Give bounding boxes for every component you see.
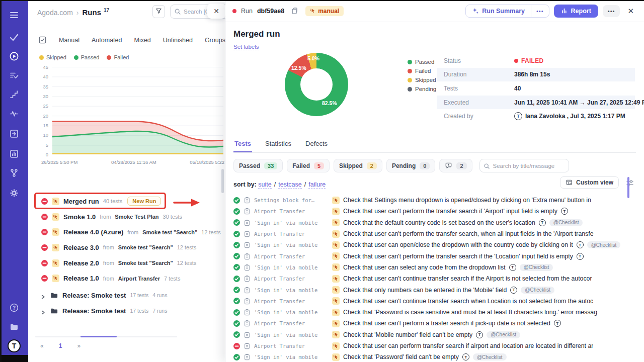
run-group-name[interactable]: Release: Smoke test (62, 307, 126, 315)
status-chip[interactable]: 2 (439, 159, 472, 172)
test-suite-name[interactable]: 'Sign in' via mobile (254, 354, 329, 360)
test-row[interactable]: 'Sign in' via mobile Check that only num… (233, 284, 636, 295)
test-suite-name[interactable]: Airport Transfer (254, 208, 329, 214)
test-title[interactable]: Check that user can't continue transfer … (343, 298, 593, 305)
sort-by-suite-link[interactable]: suite (258, 181, 271, 189)
test-title[interactable]: Check that user can't perform the transf… (343, 208, 557, 215)
test-title[interactable]: Check that user can't continue transfer … (343, 275, 592, 282)
test-title[interactable]: Check that user can select any code from… (343, 264, 506, 271)
test-suite-name[interactable]: Airport Transfer (254, 276, 329, 282)
run-name[interactable]: Merged run (63, 198, 99, 205)
analytics-icon[interactable] (9, 149, 19, 159)
status-chip[interactable]: Pending 0 (386, 159, 435, 172)
run-plan-name[interactable]: Airport Transfer (118, 276, 160, 282)
report-button[interactable]: Report (554, 5, 598, 18)
test-title[interactable]: Check that user can perform transfer sea… (343, 342, 593, 349)
detail-close-button[interactable]: ✕ (624, 6, 637, 17)
run-group-row[interactable]: Release: Smoke test 17 tests 7 runs (28, 303, 225, 319)
run-plan-name[interactable]: Smoke Test Plan (115, 214, 158, 220)
test-title[interactable]: Check that 'Password' field can't be emp… (343, 353, 459, 360)
run-plan-name[interactable]: Smoke test "Search" (142, 229, 197, 235)
requirements-icon[interactable] (9, 129, 19, 139)
test-title[interactable]: Check that user can't perform a trasfer … (343, 320, 550, 327)
tests-list-scrollbar[interactable] (627, 177, 629, 198)
test-row[interactable]: Airport Transfer Check that user can per… (233, 340, 636, 351)
run-name[interactable]: Release 2.0 (63, 259, 99, 267)
set-labels-link[interactable]: Set labels (233, 44, 259, 50)
test-title[interactable]: Check that the default country code is s… (343, 219, 535, 226)
pagination-prev[interactable]: « (40, 342, 44, 349)
test-title[interactable]: Check that Settings menu dropdown is ope… (343, 197, 591, 204)
integrations-icon[interactable] (9, 168, 19, 178)
run-group-name[interactable]: Release: Smoke test (62, 292, 126, 299)
run-name[interactable]: Release 1.0 (63, 275, 99, 282)
test-row[interactable]: Airport Transfer Check that user can't p… (233, 228, 636, 239)
filter-button[interactable] (152, 5, 165, 18)
test-runs-icon[interactable] (9, 51, 19, 61)
test-suite-name[interactable]: Airport Transfer (254, 231, 329, 237)
test-suite-name[interactable]: Airport Transfer (254, 343, 329, 349)
docs-folder-icon[interactable] (9, 322, 19, 332)
test-row[interactable]: Airport Transfer Check that user can't c… (233, 273, 636, 284)
menu-icon[interactable] (9, 10, 19, 20)
sort-by-testcase-link[interactable]: testcase (278, 181, 302, 189)
test-title[interactable]: Check that user can open/close the dropd… (343, 241, 573, 248)
test-cases-icon[interactable] (9, 32, 19, 42)
chevron-right-icon[interactable] (40, 293, 46, 298)
sort-by-failure-link[interactable]: failure (308, 181, 326, 189)
detail-tab[interactable]: Defects (304, 136, 329, 152)
test-suite-name[interactable]: Airport Transfer (254, 253, 329, 259)
run-group-row[interactable]: Release: Smoke test 17 tests 4 runs (28, 288, 225, 303)
breadcrumb-page[interactable]: Runs (83, 8, 102, 17)
tab-manual[interactable]: Manual (59, 37, 79, 44)
test-title[interactable]: Check that only numbers can be entered i… (343, 287, 507, 294)
run-row[interactable]: Release 3.0 from Smoke test "Search" 12 … (28, 240, 225, 255)
status-chip[interactable]: Failed 5 (287, 159, 330, 172)
test-row[interactable]: Airport Transfer Check that user can't c… (233, 296, 636, 307)
test-row[interactable]: 'Sign in' via mobile Check that user can… (233, 239, 636, 250)
test-suite-name[interactable]: Airport Transfer (254, 320, 329, 326)
run-row[interactable]: Release 4.0 (Azure) from Smoke test "Sea… (28, 224, 225, 240)
select-all-icon[interactable] (38, 36, 47, 44)
tests-search-input[interactable] (480, 159, 569, 172)
test-row[interactable]: 'Sign in' via mobile Check that 'Passwor… (233, 307, 636, 318)
test-suite-name[interactable]: 'Sign in' via mobile (254, 264, 329, 270)
test-title[interactable]: Check that user can't perform the transf… (343, 253, 573, 260)
help-icon[interactable]: ? (9, 303, 19, 313)
detail-tab[interactable]: Statistics (264, 136, 292, 152)
test-row[interactable]: 'Sign in' via mobile Check that user can… (233, 262, 636, 273)
pagination-thumb[interactable] (80, 336, 117, 337)
run-name[interactable]: Release 3.0 (63, 244, 99, 251)
tab-automated[interactable]: Automated (92, 37, 122, 44)
test-title[interactable]: Check that 'Mobile number' field can't b… (343, 331, 472, 338)
test-suite-name[interactable]: 'Sign in' via mobile (254, 287, 329, 293)
run-row[interactable]: Smoke 1.0 from Smoke Test Plan 30 tests (28, 209, 225, 225)
tab-mixed[interactable]: Mixed (134, 37, 150, 44)
left-panel-scrollbar[interactable] (221, 169, 224, 193)
pagination-track[interactable] (35, 336, 177, 337)
activity-icon[interactable] (9, 109, 19, 119)
more-actions-button[interactable]: ••• (603, 5, 620, 17)
tab-groups[interactable]: Groups (205, 37, 225, 44)
run-row[interactable]: Release 2.0 from Smoke test "Search" 12 … (28, 255, 225, 271)
run-summary-more-button[interactable]: ••• (531, 5, 549, 17)
test-row[interactable]: 'Sign in' via mobile Check that 'Passwor… (233, 351, 636, 362)
test-suite-name[interactable]: 'Sign in' via mobile (254, 242, 329, 248)
test-title[interactable]: Check that user can't perform the transf… (343, 230, 594, 237)
custom-view-button[interactable]: Custom view (560, 176, 619, 189)
test-suite-name[interactable]: 'Sign in' via mobile (254, 309, 329, 315)
status-chip[interactable]: Passed 33 (233, 159, 283, 172)
run-summary-button[interactable]: Run Summary (466, 5, 531, 17)
panel-close-button[interactable]: ✕ (207, 4, 225, 19)
test-suite-name[interactable]: 'Sign in' via mobile (254, 332, 329, 338)
test-suite-name[interactable]: Airport Transfer (254, 298, 329, 304)
tab-unfinished[interactable]: Unfinished (163, 37, 193, 44)
test-title[interactable]: Check that 'Password is case sensitive a… (343, 309, 597, 316)
test-row[interactable]: 'Sign in' via mobile Check that 'Mobile … (233, 329, 636, 340)
test-row[interactable]: 'Sign in' via mobile Check that the defa… (233, 217, 636, 228)
run-plan-name[interactable]: Smoke test "Search" (118, 260, 173, 266)
run-plan-name[interactable]: Smoke test "Search" (118, 244, 173, 250)
copy-icon[interactable] (290, 7, 298, 15)
milestones-icon[interactable] (9, 89, 19, 100)
user-avatar[interactable]: T (8, 339, 21, 352)
